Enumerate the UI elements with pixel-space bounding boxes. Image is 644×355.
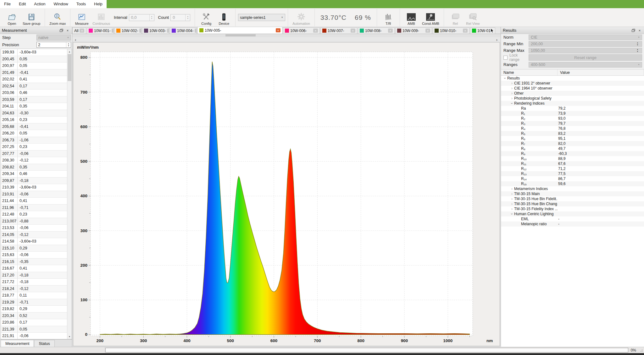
measurement-row[interactable]: 221,390,05 — [1, 326, 67, 333]
tree-row[interactable]: ›TM-30-15 Hue Bin Fidelit... — [501, 196, 644, 201]
measurement-row[interactable]: 210,91-0,06 — [1, 191, 67, 198]
tree-row[interactable]: EML- — [501, 216, 644, 221]
chevron-collapsed-icon[interactable]: › — [510, 207, 514, 211]
count-spinner[interactable]: ▲▼ — [185, 14, 190, 21]
scrollbar-thumb[interactable] — [68, 54, 71, 81]
tree-row[interactable]: R₁₃77,5 — [501, 171, 644, 176]
tree-header-name[interactable]: Name — [501, 69, 558, 75]
menu-action[interactable]: Action — [30, 0, 49, 8]
close-panel-icon[interactable]: × — [637, 28, 642, 33]
interval-spinner[interactable]: ▲▼ — [149, 14, 154, 21]
measurement-row[interactable]: 207,250,23 — [1, 144, 67, 150]
close-panel-icon[interactable]: × — [65, 28, 70, 33]
measurement-row[interactable]: 200,970,05 — [1, 63, 67, 69]
measurement-row[interactable]: 204,110,35 — [1, 103, 67, 110]
tree-row[interactable]: R₆95,1 — [501, 136, 644, 141]
measurement-row[interactable]: 211,96-0,71 — [1, 205, 67, 211]
measurement-row[interactable]: 215,63-0,06 — [1, 252, 67, 259]
tab-all[interactable]: All× — [72, 27, 86, 34]
tree-row[interactable]: ›Rendering Indices — [501, 101, 644, 106]
step-select[interactable]: native ▼ — [36, 35, 71, 41]
tree-row[interactable]: R₁₅59,6 — [501, 181, 644, 186]
chevron-expanded-icon[interactable]: › — [503, 76, 507, 80]
chevron-expanded-icon[interactable]: › — [510, 101, 514, 106]
tab-series[interactable]: 10W-006-× — [283, 27, 320, 34]
measurement-row[interactable]: 217,72-0,18 — [1, 279, 67, 286]
measurement-row[interactable]: 208,30-0,12 — [1, 157, 67, 164]
float-panel-icon[interactable] — [59, 28, 64, 33]
range-max-input[interactable]: 1050,00 ▲▼ — [529, 48, 642, 53]
tree-row[interactable]: ›CIE 1964 10° observer — [501, 86, 644, 91]
tabbar-scrollbar-thumb[interactable] — [225, 34, 256, 36]
measurement-row[interactable]: 207,77-0,06 — [1, 150, 67, 157]
chevron-collapsed-icon[interactable]: › — [510, 192, 514, 196]
measurement-row[interactable]: 221,91-0,06 — [1, 333, 67, 339]
tab-status[interactable]: Status — [34, 340, 54, 347]
tab-close-icon[interactable]: × — [313, 29, 318, 33]
spectrum-chart[interactable]: 0100200300400500600700800200300400500600… — [73, 42, 500, 346]
continuous-button[interactable]: Continuous — [91, 9, 112, 26]
tree-row[interactable]: ›Photobiological Safety — [501, 96, 644, 101]
tree-row[interactable]: R₅83,2 — [501, 131, 644, 136]
measurement-row[interactable]: 206,73-1,06 — [1, 137, 67, 144]
norm-select[interactable]: CIE ▼ — [529, 35, 642, 40]
tab-close-icon[interactable]: × — [351, 29, 355, 33]
chevron-collapsed-icon[interactable]: › — [510, 81, 514, 85]
measurement-row[interactable]: 213,007-0,88 — [1, 218, 67, 225]
tree-header-value[interactable]: Value — [558, 69, 644, 75]
rel-button[interactable]: Rel — [447, 9, 464, 26]
chevron-collapsed-icon[interactable]: › — [510, 86, 514, 90]
rel-view-button[interactable]: Rel View — [464, 9, 482, 26]
menu-tools[interactable]: Tools — [72, 0, 90, 8]
tree-row[interactable]: ›TM-30-15 Hue Bin Chang... — [501, 201, 644, 206]
tree-row[interactable]: R₁₀88,9 — [501, 156, 644, 161]
tr-button[interactable]: T/R — [380, 9, 397, 26]
tree-row[interactable]: ›Results — [501, 76, 644, 81]
tab-series[interactable]: 10W-001-× — [87, 27, 114, 34]
scrollbar-track[interactable] — [67, 81, 72, 334]
tab-series[interactable]: 10W-007-× — [320, 27, 357, 34]
interval-input[interactable]: 0,0 ▲▼ — [129, 14, 154, 21]
measurement-row[interactable]: 220,340,52 — [1, 313, 67, 320]
series-select[interactable]: sample-series1 ▼ — [238, 14, 285, 21]
measurement-row[interactable]: 201,49-0,41 — [1, 69, 67, 76]
tab-close-icon[interactable]: × — [276, 28, 280, 32]
tree-row[interactable]: ›Metamerism Indices — [501, 186, 644, 191]
chevron-collapsed-icon[interactable]: › — [510, 96, 514, 101]
const-amb-button[interactable]: Const AMB — [420, 9, 441, 26]
menu-file[interactable]: File — [0, 0, 15, 8]
measurement-row[interactable]: 200,450,05 — [1, 56, 67, 63]
chevron-collapsed-icon[interactable]: › — [510, 187, 514, 191]
tab-close-icon[interactable]: × — [463, 29, 468, 33]
measurement-row[interactable]: 209,87-0,18 — [1, 178, 67, 184]
tree-row[interactable]: ›TM-30-15 Fidelity Index ... — [501, 206, 644, 211]
tree-row[interactable]: ›Human Centric Lighting — [501, 211, 644, 216]
tree-row[interactable]: R₇82,0 — [501, 141, 644, 146]
float-panel-icon[interactable] — [631, 28, 636, 33]
precision-input[interactable]: 2 ▲▼ — [36, 42, 71, 48]
tree-row[interactable]: R₃79,7 — [501, 121, 644, 126]
save-group-button[interactable]: Save group — [21, 9, 42, 26]
chevron-collapsed-icon[interactable]: › — [510, 202, 514, 206]
tree-row[interactable]: R₁₂71,2 — [501, 166, 644, 171]
measurement-row[interactable]: 203,590,17 — [1, 96, 67, 103]
resize-grip[interactable] — [639, 348, 643, 352]
ranges-select[interactable]: 400-500 ▼ — [529, 62, 642, 68]
measurement-row[interactable]: 211,440,41 — [1, 198, 67, 205]
measurement-row[interactable]: 206,200,05 — [1, 130, 67, 137]
scroll-left-icon[interactable]: ‹ — [75, 37, 76, 42]
measurement-row[interactable]: 209,340,46 — [1, 171, 67, 178]
lock-range-checkbox[interactable] — [503, 56, 508, 60]
measurement-row[interactable]: 220,860,17 — [1, 319, 67, 326]
measurement-row[interactable]: 205,160,23 — [1, 117, 67, 123]
tree-row[interactable]: R₁₁67,6 — [501, 161, 644, 166]
tab-series[interactable]: 10W-01 — [470, 27, 495, 34]
tree-row[interactable]: R₈49,7 — [501, 146, 644, 151]
measurement-row[interactable]: 205,68-0,41 — [1, 123, 67, 130]
measurement-row[interactable]: 199,93-3,60e-03 — [1, 49, 67, 56]
tab-series[interactable]: 10W-010-× — [433, 27, 469, 34]
chevron-collapsed-icon[interactable]: › — [510, 91, 514, 96]
chevron-collapsed-icon[interactable]: › — [510, 197, 514, 201]
measurement-row[interactable]: 214,05-0,12 — [1, 232, 67, 238]
measurement-row[interactable]: 216,15-0,35 — [1, 259, 67, 265]
